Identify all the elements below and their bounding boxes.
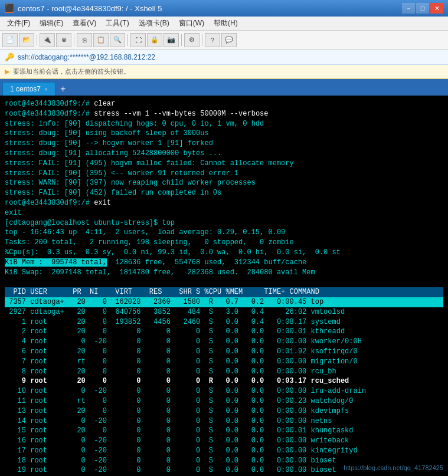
table-row: 14 root 0 -20 0 0 0 S 0.0 0.0 0:00.00 ne… [5,416,443,426]
app-icon: ⬛ [5,4,14,13]
address-bar: 🔑 ssh://cdtaogang:*******@192.168.88.212… [0,50,448,65]
screenshot-button[interactable]: 📷 [163,33,179,47]
terminal-line: KiB Mem : 995748 total, 128636 free, 554… [5,258,443,268]
toolbar-separator-4 [181,34,182,46]
disconnect-button[interactable]: ⊗ [56,33,71,47]
table-row: 10 root 0 -20 0 0 0 S 0.0 0.0 0:00.00 lr… [5,386,443,396]
window-controls: － □ ✕ [402,3,443,14]
paste-button[interactable]: 📋 [93,33,109,47]
table-row: 4 root 0 -20 0 0 0 S 0.0 0.0 0:00.00 kwo… [5,337,443,347]
menu-tabs[interactable]: 选项卡(B) [134,17,174,29]
toolbar-separator-3 [127,34,128,46]
terminal-line: stress: dbug: [90] using backoff sleep o… [5,129,443,139]
terminal-line: %Cpu(s): 0.3 us, 0.3 sy, 0.0 ni, 99.3 id… [5,248,443,258]
terminal[interactable]: root@4e3443830df9:/# clearroot@4e3443830… [0,96,448,476]
title-bar: ⬛ centos7 - root@4e3443830df9: / - Xshel… [0,0,448,17]
tab-bar: 1 centos7 × + [0,79,448,96]
info-icon: ▶ [5,68,9,75]
menu-window[interactable]: 窗口(W) [174,17,209,29]
connect-button[interactable]: 🔌 [40,33,55,47]
terminal-line: top - 16:46:43 up 4:11, 2 users, load av… [5,228,443,238]
terminal-line: root@4e3443830df9:/# exit [5,198,443,208]
table-row: 1 root 20 0 193852 4456 2460 S 0.0 0.4 0… [5,317,443,327]
lock-button[interactable]: 🔒 [147,33,162,47]
terminal-line: [cdtaogang@localhost ubuntu-stress]$ top [5,218,443,228]
terminal-line: exit [5,208,443,218]
terminal-line: root@4e3443830df9:/# stress --vm 1 --vm-… [5,109,443,119]
terminal-line: root@4e3443830df9:/# clear [5,99,443,109]
terminal-line: Tasks: 200 total, 2 running, 198 sleepin… [5,238,443,248]
terminal-line: stress: dbug: [91] allocating 5242880000… [5,149,443,159]
toolbar: 📄 📂 🔌 ⊗ ⎘ 📋 🔍 ⛶ 🔒 📷 ⚙ ? 💬 [0,31,448,50]
menu-help[interactable]: 帮助(H) [209,17,243,29]
tab-centos7[interactable]: 1 centos7 × [2,82,55,96]
toolbar-separator-1 [37,34,37,46]
table-row: 8 root 20 0 0 0 0 S 0.0 0.0 0:00.00 rcu_… [5,367,443,377]
table-row: 7 root rt 0 0 0 0 S 0.0 0.0 0:00.00 migr… [5,357,443,367]
watermark: https://blog.csdn.net/qq_41782425 [344,464,443,471]
terminal-line: stress: FAIL: [91] (495) hogvm malloc fa… [5,159,443,169]
terminal-line: KiB Swap: 2097148 total, 1814780 free, 2… [5,268,443,278]
address-text: ssh://cdtaogang:*******@192.168.88.212:2… [18,53,155,61]
tab-close-button[interactable]: × [44,86,48,93]
chat-button[interactable]: 💬 [221,33,237,47]
new-session-button[interactable]: 📄 [2,33,18,47]
search-button[interactable]: 🔍 [110,33,125,47]
info-bar: ▶ 要添加当前会话，点击左侧的箭头按钮。 [0,65,448,79]
terminal-line: stress: info: [90] dispatching hogs: 0 c… [5,119,443,129]
table-row: 11 root rt 0 0 0 0 S 0.0 0.0 0:00.23 wat… [5,396,443,406]
table-row: 2927 cdtaoga+ 20 0 640756 3852 484 S 3.0… [5,307,443,317]
table-row: 15 root 20 0 0 0 0 S 0.0 0.0 0:00.01 khu… [5,426,443,436]
table-row: 7357 cdtaoga+ 20 0 162028 2360 1580 R 0.… [5,297,443,307]
terminal-line: stress: FAIL: [90] (452) failed run comp… [5,188,443,198]
terminal-line: stress: FAIL: [90] (395) <-- worker 91 r… [5,169,443,179]
help-button[interactable]: ? [205,33,220,47]
settings-button[interactable]: ⚙ [184,33,200,47]
info-text: 要添加当前会话，点击左侧的箭头按钮。 [13,67,130,76]
minimize-button[interactable]: － [402,3,415,14]
copy-button[interactable]: ⎘ [77,33,92,47]
terminal-line: stress: WARN: [90] (397) now reaping chi… [5,178,443,188]
open-button[interactable]: 📂 [19,33,34,47]
tab-label: 1 centos7 [10,85,41,93]
table-row: 6 root 20 0 0 0 0 S 0.0 0.0 0:01.92 ksof… [5,347,443,357]
menu-view[interactable]: 查看(V) [68,17,101,29]
maximize-button[interactable]: □ [416,3,429,14]
table-row: 13 root 20 0 0 0 0 S 0.0 0.0 0:00.00 kde… [5,406,443,416]
table-row: 9 root 20 0 0 0 0 R 0.0 0.0 0:03.17 rcu_… [5,376,443,386]
close-button[interactable]: ✕ [430,3,443,14]
process-table-header: PID USER PR NI VIRT RES SHR S %CPU %MEM … [5,287,443,297]
table-row: 16 root 0 -20 0 0 0 S 0.0 0.0 0:00.00 wr… [5,436,443,446]
menu-edit[interactable]: 编辑(E) [35,17,68,29]
ssh-icon: 🔑 [5,52,14,61]
table-row: 2 root 20 0 0 0 0 S 0.0 0.0 0:00.01 kthr… [5,327,443,337]
new-tab-button[interactable]: + [55,84,70,94]
toolbar-separator-5 [202,34,202,46]
menu-tools[interactable]: 工具(T) [101,17,133,29]
menu-file[interactable]: 文件(F) [2,17,35,29]
window-title: centos7 - root@4e3443830df9: / - Xshell … [18,4,162,13]
toolbar-separator-2 [74,34,74,46]
fullscreen-button[interactable]: ⛶ [130,33,146,47]
menu-bar: 文件(F) 编辑(E) 查看(V) 工具(T) 选项卡(B) 窗口(W) 帮助(… [0,17,448,31]
table-row: 17 root 0 -20 0 0 0 S 0.0 0.0 0:00.00 ki… [5,446,443,456]
terminal-line: stress: dbug: [90] --> hogvm worker 1 [9… [5,139,443,149]
